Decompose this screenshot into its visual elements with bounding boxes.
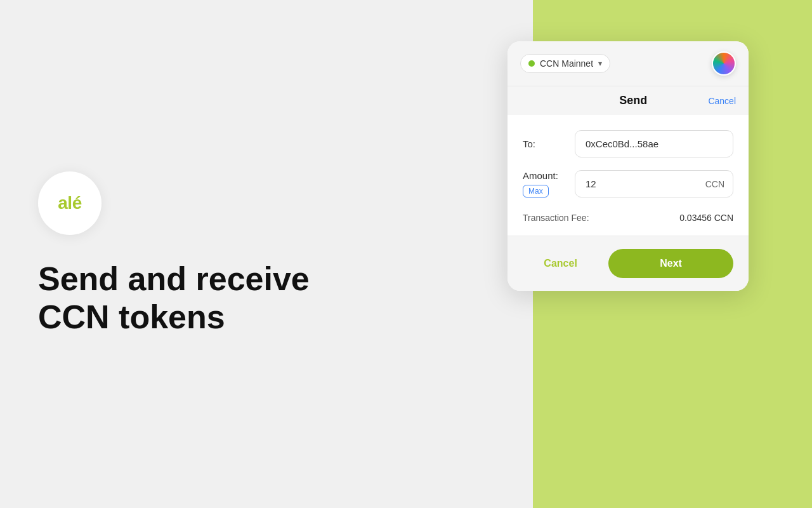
modal-body: To: Amount: Max CCN Transaction Fee: 0.0… xyxy=(508,115,749,236)
amount-input-wrapper: CCN xyxy=(575,170,733,197)
amount-unit: CCN xyxy=(705,179,724,189)
avatar[interactable] xyxy=(712,51,736,76)
network-selector[interactable]: CCN Mainnet ▾ xyxy=(520,54,610,73)
next-button[interactable]: Next xyxy=(608,249,733,278)
fee-value: 0.03456 CCN xyxy=(679,213,733,223)
network-label: CCN Mainnet xyxy=(540,58,593,69)
hero-heading: Send and receive CCN tokens xyxy=(38,260,355,337)
fee-row: Transaction Fee: 0.03456 CCN xyxy=(523,210,733,236)
cancel-button[interactable]: Cancel xyxy=(523,249,598,278)
amount-label-group: Amount: Max xyxy=(523,170,567,197)
to-input[interactable] xyxy=(575,130,733,157)
amount-label: Amount: xyxy=(523,170,567,181)
send-modal: CCN Mainnet ▾ Send Cancel To: Amount: Ma… xyxy=(508,41,749,291)
fee-label: Transaction Fee: xyxy=(523,213,589,223)
to-row: To: xyxy=(523,130,733,157)
send-title-bar: Send Cancel xyxy=(508,86,749,115)
network-status-dot xyxy=(528,60,535,67)
modal-header: CCN Mainnet ▾ xyxy=(508,41,749,86)
send-title: Send xyxy=(558,94,708,107)
modal-footer: Cancel Next xyxy=(508,236,749,291)
to-label: To: xyxy=(523,138,567,149)
logo-text: alé xyxy=(58,193,81,213)
max-badge[interactable]: Max xyxy=(523,185,549,197)
cancel-header-link[interactable]: Cancel xyxy=(708,96,736,106)
amount-row: Amount: Max CCN xyxy=(523,170,733,197)
chevron-down-icon: ▾ xyxy=(598,59,602,68)
logo-circle: alé xyxy=(38,171,102,235)
